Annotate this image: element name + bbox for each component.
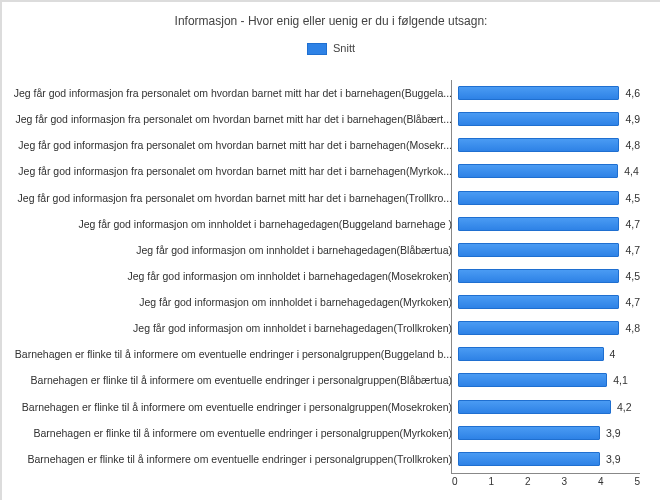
chart-row: Barnehagen er flinke til å informere om … bbox=[12, 341, 640, 367]
bar bbox=[458, 217, 619, 231]
value-label: 4,8 bbox=[625, 322, 640, 334]
bar bbox=[458, 373, 607, 387]
bar bbox=[458, 400, 611, 414]
chart-row: Jeg får god informasjon fra personalet o… bbox=[12, 80, 640, 106]
plot-area: Jeg får god informasjon fra personalet o… bbox=[12, 80, 640, 472]
chart-row: Jeg får god informasjon om innholdet i b… bbox=[12, 211, 640, 237]
x-tick: 5 bbox=[634, 476, 640, 494]
bar-zone: 4,4 bbox=[458, 158, 640, 184]
category-label: Jeg får god informasjon om innholdet i b… bbox=[12, 322, 458, 334]
value-label: 4 bbox=[610, 348, 616, 360]
chart-row: Jeg får god informasjon fra personalet o… bbox=[12, 185, 640, 211]
value-label: 4,8 bbox=[625, 139, 640, 151]
value-label: 4,7 bbox=[625, 296, 640, 308]
legend: Snitt bbox=[2, 42, 660, 55]
bar bbox=[458, 347, 604, 361]
value-label: 3,9 bbox=[606, 427, 621, 439]
chart-frame: Informasjon - Hvor enig eller uenig er d… bbox=[2, 2, 660, 500]
x-tick: 2 bbox=[525, 476, 531, 494]
bar bbox=[458, 112, 619, 126]
bar bbox=[458, 243, 619, 257]
bar-zone: 4,8 bbox=[458, 132, 640, 158]
chart-row: Jeg får god informasjon om innholdet i b… bbox=[12, 263, 640, 289]
chart-row: Jeg får god informasjon om innholdet i b… bbox=[12, 237, 640, 263]
category-label: Barnehagen er flinke til å informere om … bbox=[12, 374, 458, 386]
value-label: 4,7 bbox=[625, 244, 640, 256]
value-label: 4,6 bbox=[625, 87, 640, 99]
category-label: Barnehagen er flinke til å informere om … bbox=[12, 401, 458, 413]
value-label: 4,9 bbox=[625, 113, 640, 125]
bar-zone: 4,6 bbox=[458, 80, 640, 106]
chart-title: Informasjon - Hvor enig eller uenig er d… bbox=[2, 14, 660, 28]
category-label: Barnehagen er flinke til å informere om … bbox=[12, 348, 458, 360]
bar bbox=[458, 295, 619, 309]
value-label: 4,7 bbox=[625, 218, 640, 230]
x-tick: 0 bbox=[452, 476, 458, 494]
bar-zone: 3,9 bbox=[458, 420, 640, 446]
x-tick: 4 bbox=[598, 476, 604, 494]
bar-zone: 3,9 bbox=[458, 446, 640, 472]
bar-zone: 4,7 bbox=[458, 211, 640, 237]
x-tick: 1 bbox=[488, 476, 494, 494]
bar-zone: 4,7 bbox=[458, 237, 640, 263]
category-label: Jeg får god informasjon fra personalet o… bbox=[12, 87, 458, 99]
bar bbox=[458, 269, 619, 283]
bar bbox=[458, 86, 619, 100]
chart-row: Jeg får god informasjon fra personalet o… bbox=[12, 106, 640, 132]
value-label: 4,4 bbox=[624, 165, 639, 177]
chart-row: Barnehagen er flinke til å informere om … bbox=[12, 446, 640, 472]
category-label: Jeg får god informasjon om innholdet i b… bbox=[12, 218, 458, 230]
bar-zone: 4,9 bbox=[458, 106, 640, 132]
category-label: Barnehagen er flinke til å informere om … bbox=[12, 427, 458, 439]
bar bbox=[458, 138, 619, 152]
category-label: Barnehagen er flinke til å informere om … bbox=[12, 453, 458, 465]
x-axis: 012345 bbox=[452, 473, 640, 492]
bar-zone: 4,7 bbox=[458, 289, 640, 315]
category-label: Jeg får god informasjon om innholdet i b… bbox=[12, 296, 458, 308]
chart-row: Barnehagen er flinke til å informere om … bbox=[12, 367, 640, 393]
value-label: 4,2 bbox=[617, 401, 632, 413]
bar bbox=[458, 452, 600, 466]
category-label: Jeg får god informasjon fra personalet o… bbox=[12, 192, 458, 204]
bar bbox=[458, 321, 619, 335]
category-label: Jeg får god informasjon om innholdet i b… bbox=[12, 270, 458, 282]
bar-zone: 4,2 bbox=[458, 394, 640, 420]
bar bbox=[458, 191, 619, 205]
bar-zone: 4,5 bbox=[458, 263, 640, 289]
bar-zone: 4,5 bbox=[458, 185, 640, 211]
chart-row: Jeg får god informasjon fra personalet o… bbox=[12, 132, 640, 158]
legend-swatch bbox=[307, 43, 327, 55]
legend-label: Snitt bbox=[333, 42, 355, 54]
bar-zone: 4,8 bbox=[458, 315, 640, 341]
chart-row: Barnehagen er flinke til å informere om … bbox=[12, 420, 640, 446]
category-label: Jeg får god informasjon fra personalet o… bbox=[12, 113, 458, 125]
chart-row: Jeg får god informasjon om innholdet i b… bbox=[12, 315, 640, 341]
bar-zone: 4 bbox=[458, 341, 640, 367]
category-label: Jeg får god informasjon om innholdet i b… bbox=[12, 244, 458, 256]
category-label: Jeg får god informasjon fra personalet o… bbox=[12, 139, 458, 151]
chart-row: Barnehagen er flinke til å informere om … bbox=[12, 394, 640, 420]
value-label: 4,5 bbox=[625, 192, 640, 204]
x-tick: 3 bbox=[561, 476, 567, 494]
category-label: Jeg får god informasjon fra personalet o… bbox=[12, 165, 458, 177]
bar bbox=[458, 164, 618, 178]
bar-zone: 4,1 bbox=[458, 367, 640, 393]
value-label: 4,1 bbox=[613, 374, 628, 386]
chart-row: Jeg får god informasjon fra personalet o… bbox=[12, 158, 640, 184]
value-label: 3,9 bbox=[606, 453, 621, 465]
chart-row: Jeg får god informasjon om innholdet i b… bbox=[12, 289, 640, 315]
bar bbox=[458, 426, 600, 440]
value-label: 4,5 bbox=[625, 270, 640, 282]
